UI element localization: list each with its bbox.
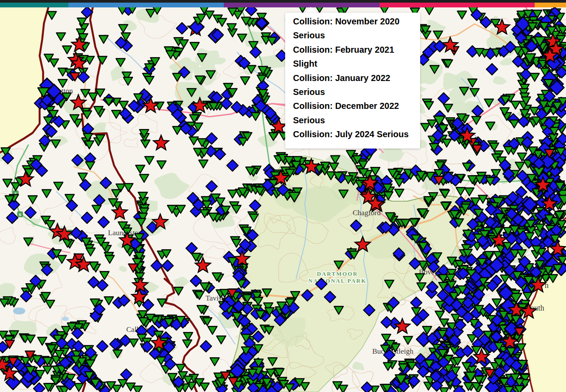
svg-text:Chagford: Chagford <box>353 209 381 217</box>
svg-text:5: 5 <box>19 213 21 217</box>
svg-text:DARTMOOR: DARTMOOR <box>317 270 358 277</box>
